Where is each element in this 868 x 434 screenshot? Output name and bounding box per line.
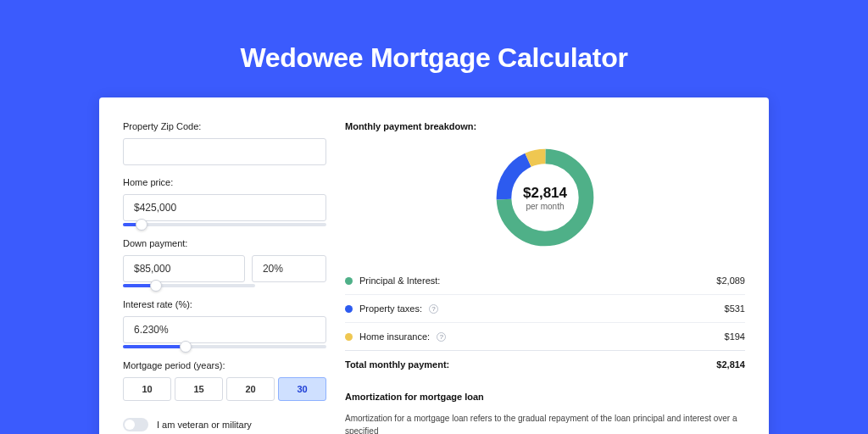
veteran-label: I am veteran or military	[157, 420, 252, 430]
legend-swatch	[345, 305, 353, 313]
slider-thumb[interactable]	[136, 219, 147, 231]
period-button-20[interactable]: 20	[226, 377, 275, 401]
down-payment-field: Down payment:	[123, 238, 326, 287]
amortization-text: Amortization for a mortgage loan refers …	[345, 412, 745, 434]
breakdown-title: Monthly payment breakdown:	[345, 121, 745, 131]
amortization-title: Amortization for mortgage loan	[345, 392, 745, 402]
zip-input[interactable]	[123, 138, 326, 165]
donut-chart: $2,814 per month	[491, 143, 599, 252]
legend-left: Principal & Interest:	[345, 275, 440, 286]
slider-thumb[interactable]	[150, 280, 162, 292]
legend-label: Principal & Interest:	[359, 275, 440, 286]
calculator-card: Property Zip Code: Home price: Down paym…	[99, 97, 769, 434]
toggle-knob	[125, 420, 135, 430]
legend-left: Home insurance:?	[345, 331, 446, 342]
help-icon[interactable]: ?	[437, 332, 446, 342]
donut-per: per month	[526, 202, 564, 211]
period-button-30[interactable]: 30	[278, 377, 326, 401]
interest-field: Interest rate (%):	[123, 299, 326, 348]
donut-center: $2,814 per month	[491, 143, 599, 252]
down-payment-input[interactable]	[123, 255, 245, 282]
legend-label: Home insurance:	[359, 331, 430, 342]
zip-label: Property Zip Code:	[123, 121, 326, 131]
donut-wrap: $2,814 per month	[345, 143, 745, 252]
period-label: Mortgage period (years):	[123, 360, 326, 370]
home-price-slider[interactable]	[123, 223, 326, 226]
interest-slider[interactable]	[123, 345, 326, 348]
home-price-label: Home price:	[123, 177, 326, 187]
period-button-10[interactable]: 10	[123, 377, 171, 401]
legend-swatch	[345, 277, 353, 285]
legend-row: Principal & Interest:$2,089	[345, 267, 745, 295]
total-value: $2,814	[716, 359, 745, 370]
legend-value: $2,089	[716, 275, 745, 286]
breakdown-panel: Monthly payment breakdown: $2,814 per mo…	[345, 121, 745, 434]
slider-fill	[123, 345, 186, 348]
help-icon[interactable]: ?	[429, 304, 438, 314]
period-field: Mortgage period (years): 10152030	[123, 360, 326, 401]
down-payment-slider[interactable]	[123, 284, 255, 287]
legend-row: Property taxes:?$531	[345, 295, 745, 323]
legend-swatch	[345, 333, 353, 341]
total-label: Total monthly payment:	[345, 359, 449, 370]
home-price-field: Home price:	[123, 177, 326, 226]
legend-value: $194	[725, 331, 745, 342]
period-button-15[interactable]: 15	[175, 377, 223, 401]
slider-thumb[interactable]	[180, 341, 192, 353]
period-buttons: 10152030	[123, 377, 326, 401]
down-payment-pct-input[interactable]	[252, 255, 326, 282]
interest-input[interactable]	[123, 316, 326, 343]
form-panel: Property Zip Code: Home price: Down paym…	[123, 121, 326, 434]
legend-row: Home insurance:?$194	[345, 323, 745, 350]
total-row: Total monthly payment: $2,814	[345, 350, 745, 381]
home-price-input[interactable]	[123, 194, 326, 221]
veteran-toggle-row: I am veteran or military	[123, 418, 326, 431]
zip-field: Property Zip Code:	[123, 121, 326, 165]
legend-value: $531	[725, 303, 745, 314]
page-title: Wedowee Mortgage Calculator	[0, 0, 868, 97]
legend: Principal & Interest:$2,089Property taxe…	[345, 267, 745, 350]
legend-left: Property taxes:?	[345, 303, 438, 314]
legend-label: Property taxes:	[359, 303, 422, 314]
interest-label: Interest rate (%):	[123, 299, 326, 309]
veteran-toggle[interactable]	[123, 418, 148, 431]
donut-amount: $2,814	[523, 185, 567, 202]
down-payment-label: Down payment:	[123, 238, 326, 248]
